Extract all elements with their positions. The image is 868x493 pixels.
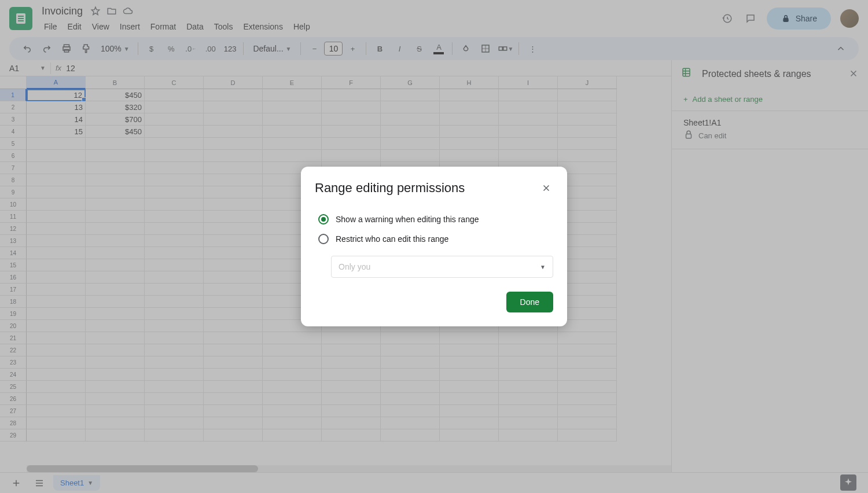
chevron-down-icon: ▼ bbox=[540, 264, 546, 270]
range-permissions-dialog: Range editing permissions Show a warning… bbox=[301, 167, 567, 326]
radio-label-2: Restrict who can edit this range bbox=[336, 234, 448, 244]
dialog-title: Range editing permissions bbox=[315, 181, 465, 196]
dialog-close-button[interactable] bbox=[539, 181, 553, 195]
restrict-placeholder: Only you bbox=[339, 262, 370, 271]
radio-icon bbox=[318, 214, 329, 225]
radio-show-warning[interactable]: Show a warning when editing this range bbox=[315, 209, 553, 229]
restrict-select: Only you ▼ bbox=[331, 256, 553, 278]
radio-icon bbox=[318, 234, 329, 244]
radio-restrict[interactable]: Restrict who can edit this range bbox=[315, 229, 553, 249]
radio-label-1: Show a warning when editing this range bbox=[336, 215, 479, 224]
done-button[interactable]: Done bbox=[506, 292, 553, 312]
